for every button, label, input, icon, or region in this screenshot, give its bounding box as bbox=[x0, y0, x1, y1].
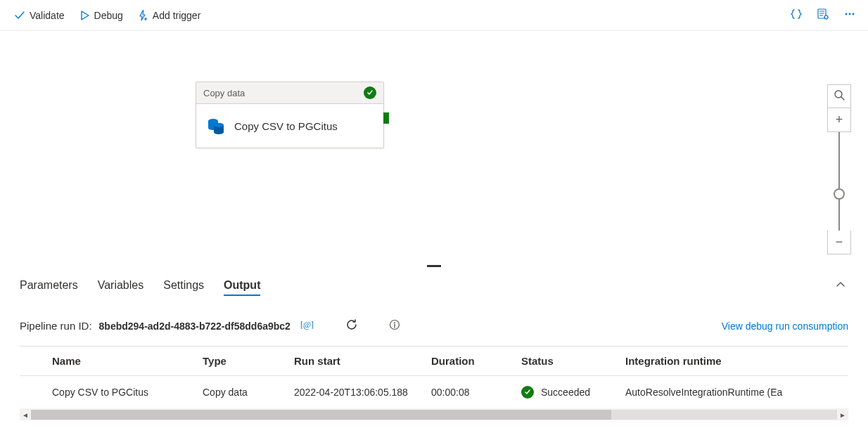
copy-data-icon bbox=[206, 115, 226, 136]
refresh-button[interactable] bbox=[343, 316, 361, 336]
cell-type: Copy data bbox=[196, 376, 287, 409]
tab-variables[interactable]: Variables bbox=[98, 275, 144, 296]
debug-label: Debug bbox=[94, 10, 123, 21]
activity-name-label: Copy CSV to PGCitus bbox=[234, 120, 338, 132]
chevron-up-icon bbox=[836, 280, 845, 292]
pipeline-canvas[interactable]: Copy data Copy CSV to PGCitus bbox=[0, 31, 868, 265]
pipeline-editor-root: Validate Debug Add trigger bbox=[0, 0, 868, 440]
cell-status-text: Succeeded bbox=[541, 387, 590, 398]
zoom-controls: + − bbox=[827, 84, 851, 254]
activity-body: Copy CSV to PGCitus bbox=[196, 104, 383, 148]
zoom-in-button[interactable]: + bbox=[827, 108, 851, 132]
info-icon bbox=[389, 319, 400, 332]
copy-data-activity[interactable]: Copy data Copy CSV to PGCitus bbox=[196, 82, 384, 148]
run-id-value: 8bebd294-ad2d-4883-b722-df58dd6a9bc2 bbox=[99, 321, 291, 332]
activity-success-connector[interactable] bbox=[383, 112, 389, 124]
output-table: Name Type Run start Duration Status Inte… bbox=[20, 346, 848, 409]
checkmark-icon bbox=[14, 10, 25, 21]
success-status-icon bbox=[364, 86, 376, 99]
collapse-panel-button[interactable] bbox=[833, 277, 848, 295]
col-header-status[interactable]: Status bbox=[514, 347, 618, 376]
run-id-label: Pipeline run ID: bbox=[20, 320, 92, 332]
cell-runstart: 2022-04-20T13:06:05.188 bbox=[287, 376, 424, 409]
tab-output[interactable]: Output bbox=[224, 275, 260, 296]
output-table-wrap: Name Type Run start Duration Status Inte… bbox=[20, 346, 848, 420]
horizontal-scrollbar[interactable]: ◄ ► bbox=[20, 409, 848, 420]
svg-point-4 bbox=[853, 13, 855, 15]
minus-icon: − bbox=[836, 235, 843, 250]
cell-name: Copy CSV to PGCitus bbox=[20, 376, 196, 409]
activity-type-label: Copy data bbox=[203, 88, 245, 98]
validate-button[interactable]: Validate bbox=[8, 6, 70, 25]
zoom-out-button[interactable]: − bbox=[827, 231, 851, 254]
scroll-track[interactable] bbox=[31, 410, 837, 420]
scroll-right-arrow[interactable]: ► bbox=[837, 409, 848, 420]
plus-icon: + bbox=[836, 112, 843, 127]
cell-status: Succeeded bbox=[514, 376, 618, 409]
view-consumption-link[interactable]: View debug run consumption bbox=[722, 321, 848, 332]
scroll-thumb[interactable] bbox=[31, 410, 611, 420]
info-button[interactable] bbox=[386, 316, 403, 335]
properties-gear-icon bbox=[817, 8, 829, 22]
bottom-panel: Parameters Variables Settings Output Pip… bbox=[0, 269, 868, 420]
add-trigger-button[interactable]: Add trigger bbox=[132, 6, 206, 25]
toolbar: Validate Debug Add trigger bbox=[0, 0, 868, 31]
add-trigger-label: Add trigger bbox=[153, 10, 200, 21]
magnifier-icon bbox=[834, 89, 845, 104]
braces-icon bbox=[790, 8, 803, 22]
refresh-icon bbox=[345, 318, 358, 333]
col-header-runstart[interactable]: Run start bbox=[287, 347, 424, 376]
col-header-type[interactable]: Type bbox=[196, 347, 287, 376]
splitter-handle[interactable] bbox=[427, 265, 441, 267]
cell-ir: AutoResolveIntegrationRuntime (Ea bbox=[618, 376, 848, 409]
lightning-plus-icon bbox=[137, 10, 148, 21]
table-header-row: Name Type Run start Duration Status Inte… bbox=[20, 347, 848, 376]
svg-point-2 bbox=[845, 13, 848, 15]
run-info-row: Pipeline run ID: 8bebd294-ad2d-4883-b722… bbox=[20, 302, 848, 346]
scroll-left-arrow[interactable]: ◄ bbox=[20, 409, 31, 420]
tab-parameters[interactable]: Parameters bbox=[20, 275, 78, 296]
zoom-slider-thumb[interactable] bbox=[834, 188, 845, 200]
svg-point-11 bbox=[394, 322, 395, 323]
fit-to-screen-button[interactable] bbox=[827, 84, 851, 108]
zoom-slider-track[interactable] bbox=[838, 132, 840, 231]
col-header-duration[interactable]: Duration bbox=[424, 347, 514, 376]
toolbar-right bbox=[786, 6, 860, 25]
activity-header: Copy data bbox=[196, 82, 383, 104]
debug-button[interactable]: Debug bbox=[73, 6, 129, 25]
play-icon bbox=[79, 10, 90, 21]
properties-button[interactable] bbox=[813, 6, 833, 25]
toolbar-left: Validate Debug Add trigger bbox=[8, 6, 206, 25]
input-output-button[interactable]: [@] bbox=[298, 316, 317, 335]
svg-point-1 bbox=[824, 15, 828, 19]
panel-tabs: Parameters Variables Settings Output bbox=[20, 269, 848, 302]
bracket-at-icon: [@] bbox=[300, 319, 314, 332]
ellipsis-icon bbox=[843, 8, 856, 22]
col-header-ir[interactable]: Integration runtime bbox=[618, 347, 848, 376]
more-button[interactable] bbox=[840, 6, 860, 25]
code-view-button[interactable] bbox=[786, 6, 806, 25]
cell-duration: 00:00:08 bbox=[424, 376, 514, 409]
tab-settings[interactable]: Settings bbox=[163, 275, 204, 296]
svg-point-8 bbox=[835, 91, 842, 98]
col-header-name[interactable]: Name bbox=[20, 347, 196, 376]
svg-text:[@]: [@] bbox=[300, 320, 314, 330]
table-row[interactable]: Copy CSV to PGCitus Copy data 2022-04-20… bbox=[20, 376, 848, 409]
svg-point-3 bbox=[849, 13, 851, 15]
svg-point-7 bbox=[214, 123, 224, 127]
success-status-icon bbox=[521, 386, 534, 399]
validate-label: Validate bbox=[30, 10, 65, 21]
